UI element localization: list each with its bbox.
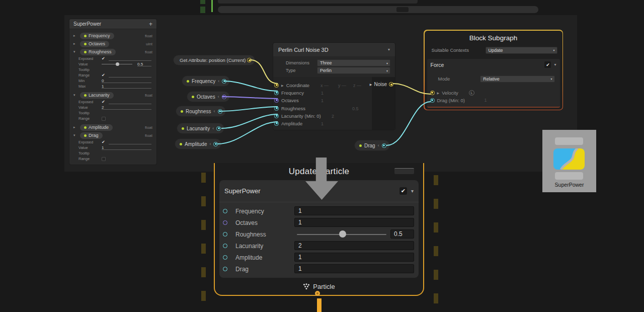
- force-block[interactable]: Force ✔ ▾ Mode Relative▾ ▶ Velocity L: [427, 59, 560, 108]
- range-checkbox[interactable]: ✔: [102, 73, 107, 77]
- exposed-checkbox[interactable]: ✔: [102, 100, 107, 104]
- output-port[interactable]: [216, 126, 221, 131]
- property-row-octaves[interactable]: ▸ Octaves uint: [69, 40, 156, 48]
- input-port[interactable]: [274, 106, 279, 111]
- property-pill[interactable]: Amplitude: [80, 124, 113, 131]
- flow-output-anchor[interactable]: [315, 291, 320, 296]
- property-row-frequency[interactable]: ▸ Frequency float: [69, 32, 156, 40]
- chevron-down-icon[interactable]: ▾: [73, 133, 77, 137]
- perlin-curl-noise-node[interactable]: Perlin Curl Noise 3D ▾ Dimensions Three▾…: [273, 43, 395, 130]
- input-port[interactable]: [274, 91, 279, 95]
- output-port[interactable]: [247, 58, 252, 62]
- input-port[interactable]: [274, 83, 279, 88]
- chevron-down-icon[interactable]: ▾: [73, 93, 77, 97]
- value-field[interactable]: 1: [294, 218, 414, 227]
- slider-handle[interactable]: [339, 230, 346, 238]
- collapse-icon[interactable]: ‹: [378, 143, 379, 148]
- property-pill[interactable]: Frequency: [80, 33, 114, 39]
- node-header[interactable]: Perlin Curl Noise 3D ▾: [273, 43, 395, 56]
- property-pill[interactable]: Octaves: [80, 41, 109, 47]
- param-node-lacunarity[interactable]: Lacunarity ‹: [177, 123, 224, 133]
- fold-triangle-icon[interactable]: ▶: [281, 84, 284, 87]
- collapse-icon[interactable]: ‹: [214, 109, 215, 114]
- chevron-down-icon[interactable]: ▾: [388, 47, 390, 52]
- type-dropdown[interactable]: Perlin▾: [317, 67, 390, 74]
- range-checkbox[interactable]: [102, 117, 106, 121]
- exposed-checkbox[interactable]: ✔: [102, 57, 107, 61]
- input-port[interactable]: [274, 121, 279, 126]
- value-field[interactable]: 0.5: [137, 62, 151, 66]
- force-header[interactable]: Force ✔ ▾: [427, 59, 560, 71]
- slider-handle[interactable]: [116, 62, 119, 66]
- input-port[interactable]: [223, 267, 227, 271]
- input-port[interactable]: [223, 209, 227, 213]
- value-slider[interactable]: [102, 62, 132, 66]
- local-space-indicator[interactable]: L: [469, 90, 474, 96]
- input-port[interactable]: [223, 232, 227, 237]
- get-attribute-node[interactable]: Get Attribute: position (Current): [174, 55, 255, 65]
- chevron-down-icon[interactable]: ▾: [411, 188, 414, 194]
- value-field[interactable]: 1: [294, 253, 414, 262]
- context-footer: Particle: [215, 283, 423, 290]
- chevron-down-icon[interactable]: ▾: [554, 62, 556, 67]
- output-port[interactable]: [382, 143, 386, 148]
- chevron-right-icon[interactable]: ▸: [73, 125, 77, 129]
- range-checkbox[interactable]: [102, 157, 106, 161]
- collapse-icon[interactable]: ‹: [212, 126, 214, 131]
- property-name: Amplitude: [89, 125, 109, 130]
- fold-triangle-icon[interactable]: ▶: [437, 91, 440, 95]
- property-pill[interactable]: Lacunarity: [80, 92, 114, 99]
- add-property-button[interactable]: +: [149, 21, 152, 28]
- property-row-amplitude[interactable]: ▸ Amplitude float: [69, 123, 156, 131]
- enabled-checkbox[interactable]: ✔: [544, 61, 551, 68]
- collapse-icon[interactable]: ‹: [218, 94, 219, 99]
- output-port[interactable]: [218, 109, 222, 114]
- field-label: Exposed: [78, 56, 100, 61]
- property-row-roughness[interactable]: ▾ Roughness float: [69, 48, 156, 56]
- exposed-checkbox[interactable]: ✔: [102, 140, 107, 144]
- dimensions-dropdown[interactable]: Three▾: [317, 59, 390, 66]
- setting-label: Type: [286, 68, 317, 73]
- param-node-amplitude[interactable]: Amplitude ‹: [175, 139, 221, 149]
- blackboard-header[interactable]: SuperPower +: [69, 19, 156, 29]
- output-port[interactable]: [222, 79, 226, 84]
- min-field[interactable]: 0: [102, 79, 151, 83]
- input-port[interactable]: [430, 91, 435, 95]
- value-field[interactable]: 0.5: [390, 229, 414, 239]
- param-node-drag[interactable]: Drag ‹: [355, 140, 389, 150]
- collapse-icon[interactable]: ‹: [209, 141, 211, 146]
- param-node-octaves[interactable]: Octaves ‹: [187, 92, 229, 102]
- chevron-right-icon[interactable]: ▸: [73, 42, 77, 46]
- property-pill[interactable]: Roughness: [80, 49, 116, 55]
- param-node-frequency[interactable]: Frequency ‹: [182, 76, 229, 86]
- mode-dropdown[interactable]: Relative▾: [480, 75, 554, 83]
- chevron-down-icon[interactable]: ▾: [73, 50, 77, 54]
- subgraph-asset-tile[interactable]: SuperPower: [542, 130, 596, 192]
- value-field[interactable]: 1: [102, 145, 151, 150]
- value-field[interactable]: 2: [294, 241, 414, 250]
- block-subgraph-panel[interactable]: Block Subgraph Suitable Contexts Update▾…: [424, 30, 563, 110]
- enabled-checkbox[interactable]: ✔: [399, 187, 407, 195]
- property-row-lacunarity[interactable]: ▾ Lacunarity float: [69, 91, 156, 99]
- property-pill[interactable]: Drag: [80, 132, 103, 139]
- max-field[interactable]: 1: [102, 84, 151, 89]
- input-port[interactable]: [274, 114, 279, 118]
- input-port[interactable]: [223, 244, 227, 248]
- input-port[interactable]: [274, 98, 279, 103]
- param-node-roughness[interactable]: Roughness ‹: [176, 106, 225, 116]
- output-port[interactable]: [222, 95, 226, 99]
- value-field[interactable]: 1: [294, 264, 414, 273]
- chevron-right-icon[interactable]: ▸: [73, 34, 77, 38]
- input-port[interactable]: [223, 255, 227, 260]
- context-header-box[interactable]: [394, 168, 414, 174]
- row-label: Roughness: [235, 231, 266, 238]
- output-port[interactable]: [213, 142, 218, 146]
- collapse-icon[interactable]: ‹: [218, 79, 219, 84]
- input-port[interactable]: [430, 98, 435, 103]
- value-field[interactable]: 1: [294, 206, 414, 215]
- input-port[interactable]: [223, 220, 227, 225]
- property-row-drag[interactable]: ▾ Drag float: [69, 131, 156, 139]
- output-port[interactable]: [389, 82, 393, 87]
- value-field[interactable]: 2: [102, 105, 151, 110]
- suitable-contexts-dropdown[interactable]: Update▾: [486, 47, 557, 54]
